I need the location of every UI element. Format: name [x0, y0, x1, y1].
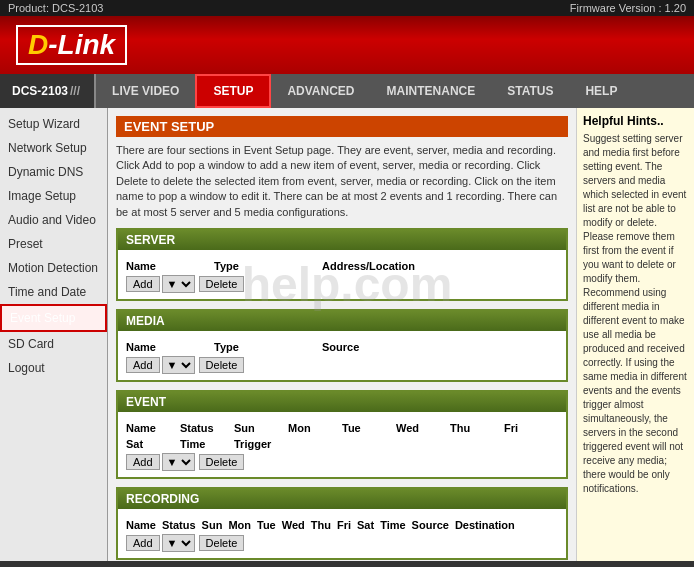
sidebar-item-preset[interactable]: Preset	[0, 232, 107, 256]
main-layout: Setup Wizard Network Setup Dynamic DNS I…	[0, 108, 694, 561]
recording-col-row: Name Status Sun Mon Tue Wed Thu Fri Sat …	[126, 519, 558, 531]
nav-live-video[interactable]: LIVE VIDEO	[96, 74, 195, 108]
nav-model: DCS-2103 ///	[0, 74, 96, 108]
sidebar-item-motion-detection[interactable]: Motion Detection	[0, 256, 107, 280]
event-delete-button[interactable]: Delete	[199, 454, 245, 470]
media-col-row: Name Type Source	[126, 341, 558, 353]
event-inner: Name Status Sun Mon Tue Wed Thu Fri Sat …	[118, 416, 566, 477]
event-col-mon: Mon	[288, 422, 338, 434]
media-col-type: Type	[214, 341, 264, 353]
rec-col-source: Source	[412, 519, 449, 531]
media-inner: Name Type Source Add ▼ Delete	[118, 335, 566, 380]
rec-col-sun: Sun	[202, 519, 223, 531]
server-controls: Add ▼ Delete	[126, 275, 558, 293]
server-inner: Name Type Address/Location Add ▼ Delete	[118, 254, 566, 299]
media-section: MEDIA Name Type Source Add ▼ Delete	[116, 309, 568, 382]
media-delete-button[interactable]: Delete	[199, 357, 245, 373]
recording-title: RECORDING	[118, 489, 566, 509]
sidebar-item-logout[interactable]: Logout	[0, 356, 107, 380]
nav-maintenance[interactable]: MAINTENANCE	[371, 74, 492, 108]
event-col-name: Name	[126, 422, 176, 434]
nav-help[interactable]: HELP	[569, 74, 633, 108]
event-col-trigger: Trigger	[234, 438, 284, 450]
media-title: MEDIA	[118, 311, 566, 331]
security-bar: SECURITY	[0, 561, 694, 567]
sidebar-item-sd-card[interactable]: SD Card	[0, 332, 107, 356]
nav-advanced[interactable]: ADVANCED	[271, 74, 370, 108]
rec-col-time: Time	[380, 519, 405, 531]
top-bar: Product: DCS-2103 Firmware Version : 1.2…	[0, 0, 694, 16]
recording-add-button[interactable]: Add	[126, 535, 160, 551]
server-title: SERVER	[118, 230, 566, 250]
rec-col-mon: Mon	[228, 519, 251, 531]
nav-status[interactable]: STATUS	[491, 74, 569, 108]
event-setup-title: EVENT SETUP	[116, 116, 568, 137]
sidebar-item-setup-wizard[interactable]: Setup Wizard	[0, 112, 107, 136]
event-title: EVENT	[118, 392, 566, 412]
rec-col-status: Status	[162, 519, 196, 531]
sidebar-item-network-setup[interactable]: Network Setup	[0, 136, 107, 160]
media-add-button[interactable]: Add	[126, 357, 160, 373]
nav-setup[interactable]: SETUP	[195, 74, 271, 108]
recording-section: RECORDING Name Status Sun Mon Tue Wed Th…	[116, 487, 568, 560]
hints-panel: Helpful Hints.. Suggest setting server a…	[576, 108, 694, 561]
media-select[interactable]: ▼	[162, 356, 195, 374]
rec-col-destination: Destination	[455, 519, 515, 531]
event-description: There are four sections in Event Setup p…	[116, 143, 568, 220]
event-col-thu: Thu	[450, 422, 500, 434]
product-label: Product: DCS-2103	[8, 2, 103, 14]
recording-inner: Name Status Sun Mon Tue Wed Thu Fri Sat …	[118, 513, 566, 558]
rec-col-sat: Sat	[357, 519, 374, 531]
rec-col-thu: Thu	[311, 519, 331, 531]
sidebar-item-image-setup[interactable]: Image Setup	[0, 184, 107, 208]
nav-bar: DCS-2103 /// LIVE VIDEO SETUP ADVANCED M…	[0, 74, 694, 108]
firmware-label: Firmware Version : 1.20	[570, 2, 686, 14]
event-col-sat: Sat	[126, 438, 176, 450]
rec-col-name: Name	[126, 519, 156, 531]
recording-select[interactable]: ▼	[162, 534, 195, 552]
media-controls: Add ▼ Delete	[126, 356, 558, 374]
event-add-button[interactable]: Add	[126, 454, 160, 470]
event-select[interactable]: ▼	[162, 453, 195, 471]
media-col-name: Name	[126, 341, 176, 353]
sidebar-item-event-setup[interactable]: Event Setup	[0, 304, 107, 332]
event-col-fri: Fri	[504, 422, 554, 434]
event-controls: Add ▼ Delete	[126, 453, 558, 471]
media-col-source: Source	[322, 341, 372, 353]
event-col-tue: Tue	[342, 422, 392, 434]
sidebar-item-dynamic-dns[interactable]: Dynamic DNS	[0, 160, 107, 184]
event-section: EVENT Name Status Sun Mon Tue Wed Thu Fr…	[116, 390, 568, 479]
event-col-row: Name Status Sun Mon Tue Wed Thu Fri Sat …	[126, 422, 558, 450]
rec-col-fri: Fri	[337, 519, 351, 531]
sidebar: Setup Wizard Network Setup Dynamic DNS I…	[0, 108, 108, 561]
server-col-address: Address/Location	[322, 260, 415, 272]
server-select[interactable]: ▼	[162, 275, 195, 293]
event-col-sun: Sun	[234, 422, 284, 434]
recording-controls: Add ▼ Delete	[126, 534, 558, 552]
server-add-button[interactable]: Add	[126, 276, 160, 292]
server-col-row: Name Type Address/Location	[126, 260, 558, 272]
header: D-Link	[0, 16, 694, 74]
event-col-time: Time	[180, 438, 230, 450]
event-col-wed: Wed	[396, 422, 446, 434]
rec-col-tue: Tue	[257, 519, 276, 531]
server-delete-button[interactable]: Delete	[199, 276, 245, 292]
hints-text: Suggest setting server and media first b…	[583, 132, 688, 496]
server-col-type: Type	[214, 260, 264, 272]
server-col-name: Name	[126, 260, 176, 272]
content-area: EVENT SETUP There are four sections in E…	[108, 108, 576, 561]
sidebar-item-audio-video[interactable]: Audio and Video	[0, 208, 107, 232]
recording-delete-button[interactable]: Delete	[199, 535, 245, 551]
server-section: SERVER Name Type Address/Location Add ▼ …	[116, 228, 568, 301]
dlink-logo: D-Link	[16, 25, 127, 65]
sidebar-item-time-date[interactable]: Time and Date	[0, 280, 107, 304]
rec-col-wed: Wed	[282, 519, 305, 531]
event-col-status: Status	[180, 422, 230, 434]
hints-title: Helpful Hints..	[583, 114, 688, 128]
